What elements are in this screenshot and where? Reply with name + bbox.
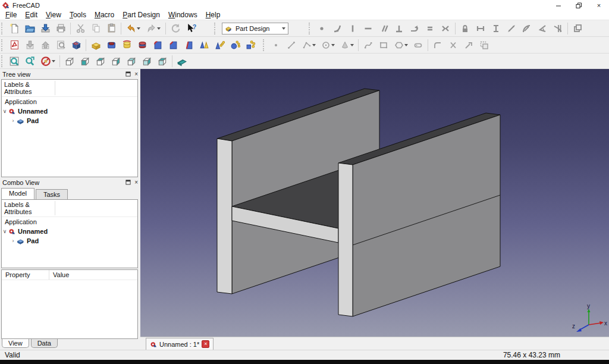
constraint-angle-button[interactable]	[535, 21, 550, 36]
fit-selection-button[interactable]	[22, 55, 37, 68]
sketch-circle-button[interactable]	[318, 38, 337, 52]
measure-distance-button[interactable]	[174, 55, 190, 68]
chamfer-button[interactable]	[165, 38, 181, 52]
menu-view[interactable]: View	[42, 11, 65, 20]
tab-data[interactable]: Data	[31, 339, 58, 348]
view-sketch-button[interactable]	[53, 38, 68, 52]
constraint-radius-button[interactable]	[519, 21, 535, 36]
constraint-coincident-button[interactable]	[314, 21, 329, 36]
constraint-equal-button[interactable]	[422, 21, 438, 36]
view-bottom-button[interactable]	[139, 55, 155, 68]
tree-item-unnamed[interactable]: ∨ Unnamed	[2, 106, 137, 116]
sketch-polyline-button[interactable]	[299, 38, 318, 52]
tab-view[interactable]: View	[2, 339, 29, 348]
cut-button[interactable]	[73, 21, 88, 36]
leave-sketch-button[interactable]	[37, 38, 53, 52]
groove-button[interactable]	[134, 38, 150, 52]
tree-view-close-icon[interactable]: ×	[134, 71, 138, 77]
toolbar-handle[interactable]	[309, 23, 312, 34]
sketch-rectangle-button[interactable]	[376, 38, 391, 52]
menu-help[interactable]: Help	[202, 11, 225, 20]
tab-tasks[interactable]: Tasks	[36, 189, 68, 199]
copy-button[interactable]	[88, 21, 103, 36]
constraint-symmetric-button[interactable]	[438, 21, 453, 36]
menu-file[interactable]: File	[1, 11, 21, 20]
combo-item-unnamed[interactable]: ∨ Unnamed	[2, 227, 137, 236]
workbench-dropdown-arrow[interactable]	[282, 27, 285, 30]
view-top-button[interactable]	[93, 55, 108, 68]
undo-button[interactable]	[123, 21, 143, 36]
constraint-vertical-distance-button[interactable]	[488, 21, 504, 36]
menu-macro[interactable]: Macro	[90, 11, 118, 20]
sketch-conic-button[interactable]	[337, 38, 356, 52]
draw-style-button[interactable]	[37, 55, 58, 68]
paste-button[interactable]	[103, 21, 119, 36]
circle-dropdown-arrow[interactable]	[331, 44, 335, 46]
constraint-perpendicular-button[interactable]	[391, 21, 407, 36]
constraint-tangent-button[interactable]	[407, 21, 422, 36]
view-right-button[interactable]	[108, 55, 124, 68]
redo-button[interactable]	[143, 21, 164, 36]
draw-style-dropdown-arrow[interactable]	[52, 60, 55, 62]
toolbar-handle[interactable]	[263, 39, 266, 51]
fillet-button[interactable]	[150, 38, 165, 52]
clone-button[interactable]	[570, 21, 585, 36]
redo-dropdown-arrow[interactable]	[157, 27, 161, 30]
open-document-button[interactable]	[22, 21, 37, 36]
polygon-dropdown-arrow[interactable]	[404, 44, 408, 46]
tab-model[interactable]: Model	[1, 188, 34, 199]
constraint-parallel-button[interactable]	[376, 21, 391, 36]
close-button[interactable]: ×	[589, 0, 609, 11]
sketch-point-button[interactable]	[268, 38, 284, 52]
combo-root-application[interactable]: Application	[2, 217, 137, 227]
polyline-dropdown-arrow[interactable]	[312, 44, 316, 46]
fit-all-button[interactable]	[7, 55, 22, 68]
chevron-right-icon[interactable]: ›	[10, 238, 16, 244]
constraint-distance-button[interactable]	[504, 21, 519, 36]
sketch-line-button[interactable]	[284, 38, 299, 52]
sketch-fillet-button[interactable]	[430, 38, 445, 52]
document-tab-close-icon[interactable]: ×	[202, 340, 209, 348]
menu-edit[interactable]: Edit	[21, 11, 42, 20]
workbench-selector[interactable]: Part Design	[222, 23, 288, 34]
constraint-refraction-button[interactable]	[550, 21, 566, 36]
sketch-bspline-button[interactable]	[360, 38, 376, 52]
edit-sketch-button[interactable]	[22, 38, 37, 52]
constraint-vertical-button[interactable]	[345, 21, 360, 36]
create-sketch-button[interactable]	[7, 38, 22, 52]
view-axonometric-button[interactable]	[62, 55, 77, 68]
tree-view-float-icon[interactable]	[125, 71, 131, 77]
mirrored-button[interactable]	[196, 38, 212, 52]
view-front-button[interactable]	[77, 55, 93, 68]
constraint-point-on-object-button[interactable]	[329, 21, 345, 36]
constraint-horizontal-distance-button[interactable]	[473, 21, 488, 36]
minimize-button[interactable]	[548, 0, 569, 11]
new-document-button[interactable]	[7, 21, 22, 36]
sketch-external-geometry-button[interactable]	[461, 38, 476, 52]
view-left-button[interactable]	[155, 55, 170, 68]
menu-tools[interactable]: Tools	[65, 11, 90, 20]
sketch-polygon-button[interactable]	[391, 38, 410, 52]
revolution-button[interactable]	[119, 38, 134, 52]
multitransform-button[interactable]	[243, 38, 258, 52]
undo-dropdown-arrow[interactable]	[137, 27, 140, 30]
combo-view-close-icon[interactable]: ×	[134, 180, 138, 186]
linear-pattern-button[interactable]	[212, 38, 227, 52]
view-rear-button[interactable]	[124, 55, 139, 68]
sketch-trim-button[interactable]	[445, 38, 461, 52]
sketch-slot-button[interactable]	[410, 38, 426, 52]
pad-button[interactable]	[88, 38, 103, 52]
chevron-right-icon[interactable]: ›	[10, 118, 16, 124]
pocket-button[interactable]	[103, 38, 119, 52]
refresh-button[interactable]	[168, 21, 183, 36]
sketch-carbon-copy-button[interactable]	[476, 38, 492, 52]
menu-windows[interactable]: Windows	[164, 11, 202, 20]
document-tab[interactable]: Unnamed : 1* ×	[146, 338, 214, 350]
combo-item-pad[interactable]: › Pad	[2, 236, 137, 246]
pad-model[interactable]	[140, 69, 609, 337]
conic-dropdown-arrow[interactable]	[350, 44, 354, 46]
map-sketch-to-face-button[interactable]	[68, 38, 84, 52]
toolbar-handle[interactable]	[1, 39, 5, 51]
polar-pattern-button[interactable]	[227, 38, 243, 52]
constraint-lock-button[interactable]	[457, 21, 473, 36]
